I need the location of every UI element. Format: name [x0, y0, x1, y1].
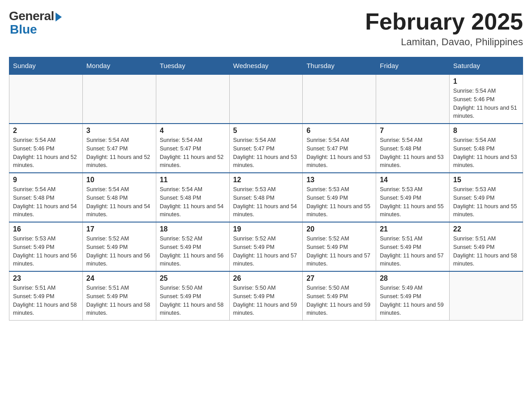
calendar-header-row: SundayMondayTuesdayWednesdayThursdayFrid… — [9, 57, 523, 75]
calendar-cell: 2Sunrise: 5:54 AMSunset: 5:46 PMDaylight… — [9, 124, 83, 173]
day-number: 22 — [453, 225, 519, 233]
calendar-cell — [303, 74, 376, 124]
calendar-header-tuesday: Tuesday — [156, 57, 229, 75]
day-number: 10 — [86, 176, 152, 184]
day-number: 11 — [160, 176, 226, 184]
day-info: Sunrise: 5:52 AMSunset: 5:49 PMDaylight:… — [160, 235, 226, 268]
calendar-cell: 27Sunrise: 5:50 AMSunset: 5:49 PMDayligh… — [303, 271, 376, 321]
calendar-week-row: 1Sunrise: 5:54 AMSunset: 5:46 PMDaylight… — [9, 74, 523, 124]
day-number: 26 — [233, 274, 299, 283]
day-number: 23 — [13, 274, 79, 283]
day-info: Sunrise: 5:54 AMSunset: 5:48 PMDaylight:… — [380, 136, 446, 170]
calendar-cell: 6Sunrise: 5:54 AMSunset: 5:47 PMDaylight… — [303, 124, 376, 173]
day-info: Sunrise: 5:54 AMSunset: 5:47 PMDaylight:… — [160, 136, 226, 170]
day-info: Sunrise: 5:54 AMSunset: 5:47 PMDaylight:… — [86, 136, 152, 170]
calendar-cell — [229, 74, 303, 124]
calendar-header-saturday: Saturday — [450, 57, 523, 75]
day-info: Sunrise: 5:53 AMSunset: 5:48 PMDaylight:… — [233, 185, 299, 219]
calendar-week-row: 16Sunrise: 5:53 AMSunset: 5:49 PMDayligh… — [9, 222, 523, 271]
logo: General Blue — [9, 9, 62, 37]
calendar-cell: 10Sunrise: 5:54 AMSunset: 5:48 PMDayligh… — [82, 173, 156, 222]
month-title: February 2025 — [365, 9, 523, 34]
calendar-cell: 8Sunrise: 5:54 AMSunset: 5:48 PMDaylight… — [450, 124, 523, 173]
calendar-week-row: 9Sunrise: 5:54 AMSunset: 5:48 PMDaylight… — [9, 173, 523, 222]
calendar-cell — [9, 74, 83, 124]
calendar-cell: 11Sunrise: 5:54 AMSunset: 5:48 PMDayligh… — [156, 173, 229, 222]
calendar-cell: 9Sunrise: 5:54 AMSunset: 5:48 PMDaylight… — [9, 173, 83, 222]
day-number: 14 — [380, 176, 446, 184]
logo-arrow-icon — [56, 13, 62, 21]
day-info: Sunrise: 5:54 AMSunset: 5:47 PMDaylight:… — [233, 136, 299, 170]
day-number: 7 — [380, 127, 446, 135]
calendar-cell: 24Sunrise: 5:51 AMSunset: 5:49 PMDayligh… — [82, 271, 156, 321]
calendar-cell: 5Sunrise: 5:54 AMSunset: 5:47 PMDaylight… — [229, 124, 303, 173]
calendar-cell: 15Sunrise: 5:53 AMSunset: 5:49 PMDayligh… — [450, 173, 523, 222]
day-number: 24 — [86, 274, 152, 283]
calendar-week-row: 2Sunrise: 5:54 AMSunset: 5:46 PMDaylight… — [9, 124, 523, 173]
day-number: 15 — [453, 176, 519, 184]
calendar-cell: 18Sunrise: 5:52 AMSunset: 5:49 PMDayligh… — [156, 222, 229, 271]
day-number: 17 — [86, 225, 152, 233]
day-info: Sunrise: 5:52 AMSunset: 5:49 PMDaylight:… — [306, 235, 372, 268]
day-number: 28 — [380, 274, 446, 283]
day-info: Sunrise: 5:49 AMSunset: 5:49 PMDaylight:… — [380, 284, 446, 317]
day-number: 20 — [306, 225, 372, 233]
calendar-cell: 4Sunrise: 5:54 AMSunset: 5:47 PMDaylight… — [156, 124, 229, 173]
day-number: 5 — [233, 127, 299, 135]
calendar-cell: 20Sunrise: 5:52 AMSunset: 5:49 PMDayligh… — [303, 222, 376, 271]
day-info: Sunrise: 5:53 AMSunset: 5:49 PMDaylight:… — [380, 185, 446, 219]
day-info: Sunrise: 5:51 AMSunset: 5:49 PMDaylight:… — [380, 235, 446, 268]
calendar-cell: 13Sunrise: 5:53 AMSunset: 5:49 PMDayligh… — [303, 173, 376, 222]
day-info: Sunrise: 5:54 AMSunset: 5:46 PMDaylight:… — [13, 136, 79, 170]
calendar-cell — [376, 74, 450, 124]
day-info: Sunrise: 5:51 AMSunset: 5:49 PMDaylight:… — [453, 235, 519, 268]
day-info: Sunrise: 5:50 AMSunset: 5:49 PMDaylight:… — [233, 284, 299, 317]
calendar-cell: 3Sunrise: 5:54 AMSunset: 5:47 PMDaylight… — [82, 124, 156, 173]
calendar-cell: 17Sunrise: 5:52 AMSunset: 5:49 PMDayligh… — [82, 222, 156, 271]
calendar-cell: 21Sunrise: 5:51 AMSunset: 5:49 PMDayligh… — [376, 222, 450, 271]
day-info: Sunrise: 5:54 AMSunset: 5:48 PMDaylight:… — [13, 185, 79, 219]
calendar-cell: 12Sunrise: 5:53 AMSunset: 5:48 PMDayligh… — [229, 173, 303, 222]
day-number: 8 — [453, 127, 519, 135]
calendar-cell — [450, 271, 523, 321]
day-number: 3 — [86, 127, 152, 135]
day-number: 19 — [233, 225, 299, 233]
day-number: 6 — [306, 127, 372, 135]
day-info: Sunrise: 5:54 AMSunset: 5:47 PMDaylight:… — [306, 136, 372, 170]
calendar-cell — [82, 74, 156, 124]
title-section: February 2025 Lamitan, Davao, Philippine… — [365, 9, 523, 48]
day-number: 4 — [160, 127, 226, 135]
calendar-cell: 22Sunrise: 5:51 AMSunset: 5:49 PMDayligh… — [450, 222, 523, 271]
calendar-week-row: 23Sunrise: 5:51 AMSunset: 5:49 PMDayligh… — [9, 271, 523, 321]
day-number: 13 — [306, 176, 372, 184]
day-info: Sunrise: 5:53 AMSunset: 5:49 PMDaylight:… — [453, 185, 519, 219]
location-title: Lamitan, Davao, Philippines — [365, 36, 523, 48]
calendar-cell: 23Sunrise: 5:51 AMSunset: 5:49 PMDayligh… — [9, 271, 83, 321]
day-info: Sunrise: 5:54 AMSunset: 5:46 PMDaylight:… — [453, 87, 519, 120]
day-info: Sunrise: 5:52 AMSunset: 5:49 PMDaylight:… — [233, 235, 299, 268]
logo-blue-text: Blue — [9, 22, 37, 37]
day-number: 21 — [380, 225, 446, 233]
calendar-header-monday: Monday — [82, 57, 156, 75]
day-number: 12 — [233, 176, 299, 184]
day-info: Sunrise: 5:54 AMSunset: 5:48 PMDaylight:… — [86, 185, 152, 219]
day-info: Sunrise: 5:54 AMSunset: 5:48 PMDaylight:… — [160, 185, 226, 219]
calendar-cell: 7Sunrise: 5:54 AMSunset: 5:48 PMDaylight… — [376, 124, 450, 173]
calendar-cell: 16Sunrise: 5:53 AMSunset: 5:49 PMDayligh… — [9, 222, 83, 271]
logo-general-text: General — [9, 9, 54, 23]
calendar-cell: 28Sunrise: 5:49 AMSunset: 5:49 PMDayligh… — [376, 271, 450, 321]
day-number: 9 — [13, 176, 79, 184]
calendar-table: SundayMondayTuesdayWednesdayThursdayFrid… — [9, 57, 523, 321]
day-info: Sunrise: 5:53 AMSunset: 5:49 PMDaylight:… — [13, 235, 79, 268]
day-number: 27 — [306, 274, 372, 283]
day-number: 25 — [160, 274, 226, 283]
day-number: 16 — [13, 225, 79, 233]
calendar-header-friday: Friday — [376, 57, 450, 75]
calendar-cell: 14Sunrise: 5:53 AMSunset: 5:49 PMDayligh… — [376, 173, 450, 222]
day-info: Sunrise: 5:51 AMSunset: 5:49 PMDaylight:… — [13, 284, 79, 317]
calendar-cell: 1Sunrise: 5:54 AMSunset: 5:46 PMDaylight… — [450, 74, 523, 124]
calendar-cell: 26Sunrise: 5:50 AMSunset: 5:49 PMDayligh… — [229, 271, 303, 321]
calendar-cell — [156, 74, 229, 124]
day-number: 2 — [13, 127, 79, 135]
day-info: Sunrise: 5:50 AMSunset: 5:49 PMDaylight:… — [160, 284, 226, 317]
